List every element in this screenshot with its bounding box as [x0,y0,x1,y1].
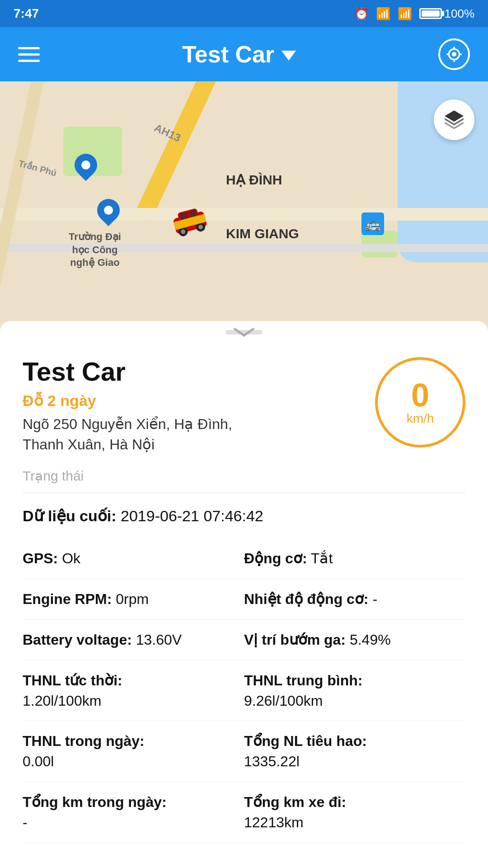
app-title-text: Test Car [182,41,274,68]
km-day-value: - [23,812,244,833]
data-section: Dữ liệu cuối: 2019-06-21 07:46:42 GPS: O… [23,493,465,856]
fuel-total-item: Tổng NL tiêu hao: 1335.22l [244,721,465,782]
km-day-item: Tổng km trong ngày: - [23,782,244,843]
battery-indicator: 100% [419,7,475,21]
vehicle-info: Test Car Đỗ 2 ngày Ngõ 250 Nguyễn Xiển, … [23,357,375,454]
dropdown-arrow-icon [282,51,296,61]
gps-item: GPS: Ok [23,538,244,579]
chevron-down-icon [230,326,258,339]
map-road-h1 [0,208,488,221]
throttle-item: Vị trí bướm ga: 5.49% [244,620,465,660]
gps-value: Ok [62,550,80,566]
speed-circle: 0 km/h [375,357,465,448]
last-data-label: Dữ liệu cuối: [23,507,117,524]
drag-handle-area[interactable] [0,321,488,344]
status-bar: 7:47 ⏰ 📶 📶 100% [0,0,488,27]
rpm-item: Engine RPM: 0rpm [23,579,244,620]
fuel-day-item: THNL trong ngày: 0.00l [23,721,244,782]
location-button[interactable] [438,38,470,70]
battery-voltage-label: Battery voltage: [23,632,132,648]
fuel-day-label: THNL trong ngày: [23,731,244,751]
status-time: 7:47 [14,6,39,21]
vehicle-status: Đỗ 2 ngày [23,392,375,410]
rpm-value: 0rpm [116,591,149,607]
status-section: Trạng thái [23,463,465,493]
svg-point-0 [452,52,456,57]
km-total-label: Tổng km xe đi: [244,792,465,812]
alarm-icon: ⏰ [354,7,369,21]
fuel-instant-label: THNL tức thời: [23,670,244,691]
battery-body [419,8,442,19]
throttle-label: Vị trí bướm ga: [244,632,346,648]
map-label-kimgiang: KIM GIANG [226,226,299,241]
rpm-label: Engine RPM: [23,591,112,607]
throttle-value: 5.49% [350,632,391,648]
map-container[interactable]: HẠ ĐÌNH KIM GIANG Trường Đại học Công ng… [0,81,488,335]
battery-percent: 100% [445,7,475,21]
fuel-total-label: Tổng NL tiêu hao: [244,731,465,751]
battery-voltage-value: 13.60V [136,632,182,648]
signal-icon: 📶 [398,7,412,21]
bottom-panel: Test Car Đỗ 2 ngày Ngõ 250 Nguyễn Xiển, … [0,344,488,857]
engine-label: Động cơ: [244,550,307,566]
data-grid: GPS: Ok Động cơ: Tắt Engine RPM: 0rpm Nh… [23,538,465,843]
engine-item: Động cơ: Tắt [244,538,465,579]
map-label-truong: Trường Đại học Công nghệ Giao [59,231,131,269]
layers-icon [443,108,465,131]
fuel-avg-item: THNL trung bình: 9.26l/100km [244,660,465,722]
speed-unit: km/h [407,411,434,426]
fuel-avg-label: THNL trung bình: [244,670,465,691]
fuel-total-value: 1335.22l [244,751,465,772]
wifi-icon: 📶 [376,7,390,21]
status-label: Trạng thái [23,468,84,483]
km-total-value: 12213km [244,812,465,833]
last-data-value: 2019-06-21 07:46:42 [121,507,263,524]
map-label-hadinh: HẠ ĐÌNH [226,172,282,188]
fuel-avg-value: 9.26l/100km [244,691,465,711]
engine-temp-item: Nhiệt độ động cơ: - [244,579,465,620]
app-bar: Test Car [0,27,488,81]
battery-voltage-item: Battery voltage: 13.60V [23,620,244,660]
gps-label: GPS: [23,550,58,566]
layer-button[interactable] [434,99,474,140]
engine-temp-value: - [372,591,377,607]
fuel-instant-value: 1.20l/100km [23,691,244,711]
menu-icon[interactable] [18,47,40,62]
engine-value: Tắt [311,550,333,566]
vehicle-name: Test Car [23,357,375,386]
km-day-label: Tổng km trong ngày: [23,792,244,812]
engine-temp-label: Nhiệt độ động cơ: [244,591,369,607]
fuel-day-value: 0.00l [23,751,244,772]
app-bar-title[interactable]: Test Car [182,41,296,68]
map-bus-stop: 🚌 [361,212,384,235]
km-total-item: Tổng km xe đi: 12213km [244,782,465,843]
status-icons: ⏰ 📶 📶 100% [354,7,475,21]
last-data-row: Dữ liệu cuối: 2019-06-21 07:46:42 [23,507,465,525]
vehicle-header: Test Car Đỗ 2 ngày Ngõ 250 Nguyễn Xiển, … [23,344,465,463]
battery-fill [422,10,440,17]
speed-value: 0 [411,379,429,411]
location-icon [445,45,463,63]
vehicle-address: Ngõ 250 Nguyễn Xiển, Hạ Đình, Thanh Xuân… [23,414,267,455]
fuel-instant-item: THNL tức thời: 1.20l/100km [23,660,244,722]
